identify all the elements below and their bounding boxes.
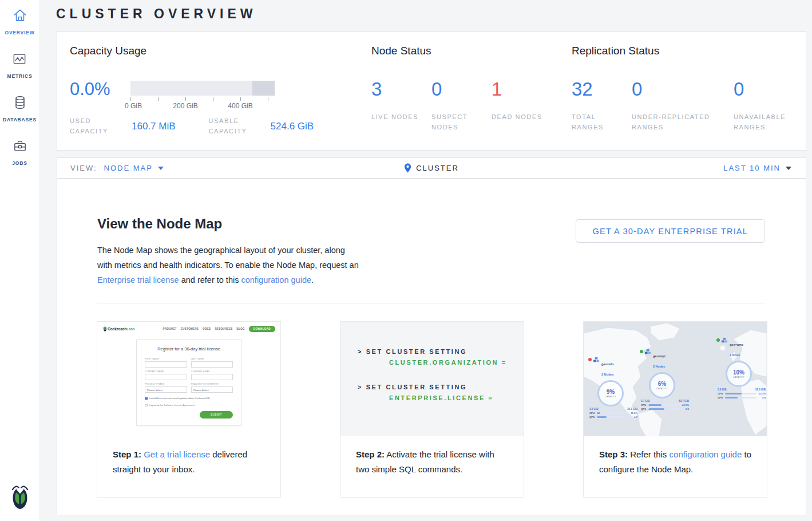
qps-bar bbox=[648, 408, 680, 411]
sidebar-item-overview[interactable]: OVERVIEW bbox=[5, 7, 34, 35]
under-replicated-ranges-value: 0 bbox=[632, 79, 734, 100]
unavailable-ranges-stat: 0 UNAVAILABLE RANGES bbox=[734, 79, 812, 132]
capacity-usage-title: Capacity Usage bbox=[70, 45, 356, 57]
map-node-nyc: geo=nyc 2 Nodes 6% CAPACITY 3.7 GiB 63.7… bbox=[640, 349, 690, 411]
enterprise-trial-button[interactable]: GET A 30-DAY ENTERPRISE TRIAL bbox=[576, 219, 765, 243]
home-icon bbox=[12, 7, 28, 26]
mini-site-nav: PRODUCT CUSTOMERS DOCS RESOURCES BLOG DO… bbox=[163, 326, 275, 332]
capacity-ring: 6% CAPACITY bbox=[649, 372, 675, 398]
mini-project-phase-select: Please Select bbox=[145, 386, 187, 393]
capacity-gauge-other-segment bbox=[252, 81, 275, 96]
mini-license-agree-checkbox bbox=[145, 404, 148, 407]
capacity-ring: 10% CAPACITY bbox=[726, 361, 752, 387]
used-capacity-label: USED CAPACITY bbox=[70, 116, 122, 136]
under-replicated-ranges-stat: 0 UNDER-REPLICATED RANGES bbox=[632, 79, 734, 132]
gauge-tick-label-400: 400 GiB bbox=[228, 102, 252, 110]
mini-reason-select: Please Select bbox=[191, 386, 233, 393]
sidebar-item-label: JOBS bbox=[12, 160, 27, 166]
node-status-section: Node Status 3 LIVE NODES 0 SUSPECT NODES… bbox=[371, 45, 552, 132]
map-node-ams: geo=ams 1 Node 10% CAPACITY 3.6 GiB 36.6… bbox=[716, 338, 767, 399]
jobs-icon bbox=[12, 138, 28, 156]
mini-company-name-field bbox=[145, 374, 187, 380]
sql-setting-line: CLUSTER.ORGANIZATION = bbox=[389, 359, 524, 366]
gauge-tick-label-0: 0 GiB bbox=[125, 102, 142, 110]
sidebar-item-label: METRICS bbox=[7, 73, 33, 79]
total-ranges-stat: 32 TOTAL RANGES bbox=[572, 79, 632, 132]
cpu-bar bbox=[648, 404, 680, 406]
step-2-card: > SET CLUSTER SETTING CLUSTER.ORGANIZATI… bbox=[340, 321, 524, 498]
trial-registration-form: Register for a 30-day trial license FIRS… bbox=[136, 340, 241, 426]
sidebar-item-label: OVERVIEW bbox=[5, 30, 34, 35]
cockroachdb-logo bbox=[7, 482, 33, 513]
node-status-title: Node Status bbox=[371, 45, 552, 57]
used-capacity-value: 160.7 MiB bbox=[132, 121, 176, 132]
sql-setting-line: ENTERPRISE.LICENSE = bbox=[389, 394, 524, 401]
cluster-scope-label: CLUSTER bbox=[416, 164, 459, 172]
map-node-sfo: geo=sfo 2 Nodes 9% CAPACITY 3.2 GiB 35.1… bbox=[588, 357, 639, 419]
sidebar-item-databases[interactable]: DATABASES bbox=[3, 94, 37, 123]
sql-prompt-line: > SET CLUSTER SETTING bbox=[358, 348, 524, 355]
step-1-caption: Step 1: Get a trial license delivered st… bbox=[97, 436, 280, 477]
suspect-nodes-label: SUSPECT NODES bbox=[431, 112, 486, 132]
cpu-bar bbox=[597, 412, 628, 415]
node-map-heading: View the Node Map bbox=[97, 216, 222, 232]
trial-license-screenshot: Cockroach LABS PRODUCT CUSTOMERS DOCS RE… bbox=[97, 322, 280, 436]
unavailable-ranges-label: UNAVAILABLE RANGES bbox=[734, 112, 788, 132]
live-node-dot-icon bbox=[640, 350, 643, 353]
configuration-guide-link[interactable]: configuration guide bbox=[241, 275, 311, 285]
view-bar: VIEW: NODE MAP CLUSTER LAST 10 MIN bbox=[57, 157, 806, 179]
total-ranges-label: TOTAL RANGES bbox=[572, 112, 626, 132]
cpu-bar bbox=[725, 393, 756, 395]
node-cluster-icon bbox=[722, 338, 728, 344]
node-map-description: The Node Map shows the geographical layo… bbox=[97, 243, 362, 287]
dead-nodes-label: DEAD NODES bbox=[492, 112, 546, 123]
live-nodes-value: 3 bbox=[371, 79, 431, 100]
mini-first-name-field bbox=[145, 361, 187, 368]
step-1-card: Cockroach LABS PRODUCT CUSTOMERS DOCS RE… bbox=[97, 321, 281, 498]
replication-status-section: Replication Status 32 TOTAL RANGES 0 UND… bbox=[572, 45, 812, 132]
mini-email-updates-checkbox bbox=[145, 397, 148, 400]
divider bbox=[97, 303, 766, 303]
under-replicated-ranges-label: UNDER-REPLICATED RANGES bbox=[632, 112, 729, 132]
usable-capacity-value: 524.6 GiB bbox=[271, 121, 314, 132]
enterprise-trial-license-link[interactable]: Enterprise trial license bbox=[97, 275, 179, 285]
databases-icon bbox=[12, 94, 28, 113]
breadcrumb-cluster: CLUSTER bbox=[57, 163, 806, 173]
sql-prompt-line: > SET CLUSTER SETTING bbox=[358, 384, 524, 390]
dead-nodes-value: 1 bbox=[492, 79, 552, 100]
mini-last-name-field bbox=[191, 361, 233, 368]
mini-form-title: Register for a 30-day trial license bbox=[145, 346, 233, 352]
metrics-icon bbox=[11, 51, 27, 69]
sql-commands-block: > SET CLUSTER SETTING CLUSTER.ORGANIZATI… bbox=[340, 322, 524, 436]
node-cluster-icon bbox=[645, 349, 651, 355]
capacity-gauge-axis: 0 GiB 200 GiB 400 GiB bbox=[130, 96, 275, 109]
dead-node-dot-icon bbox=[588, 358, 592, 361]
step-3-card: geo=sfo 2 Nodes 9% CAPACITY 3.2 GiB 35.1… bbox=[583, 321, 767, 498]
capacity-gauge-bar bbox=[130, 81, 275, 96]
suspect-nodes-value: 0 bbox=[431, 79, 492, 100]
configuration-guide-link[interactable]: configuration guide bbox=[670, 449, 742, 459]
capacity-ring: 9% CAPACITY bbox=[597, 380, 624, 406]
step-2-caption: Step 2: Activate the trial license with … bbox=[340, 436, 524, 477]
unavailable-ranges-value: 0 bbox=[734, 79, 812, 100]
map-pin-icon bbox=[404, 163, 411, 173]
dead-nodes-stat: 1 DEAD NODES bbox=[492, 79, 552, 132]
mini-submit-button: SUBMIT bbox=[200, 411, 233, 419]
gauge-tick-label-200: 200 GiB bbox=[173, 102, 197, 110]
capacity-gauge: 0 GiB 200 GiB 400 GiB bbox=[130, 81, 275, 109]
mini-company-email-field bbox=[191, 374, 233, 380]
live-node-dot-icon bbox=[716, 338, 720, 342]
get-trial-license-link[interactable]: Get a trial license bbox=[144, 449, 210, 459]
step-3-caption: Step 3: Refer this configuration guide t… bbox=[584, 436, 767, 477]
qps-bar bbox=[597, 416, 628, 419]
node-map-panel: View the Node Map The Node Map shows the… bbox=[57, 179, 806, 515]
sidebar-item-metrics[interactable]: METRICS bbox=[7, 51, 33, 79]
capacity-percent-value: 0.0% bbox=[70, 81, 121, 98]
sidebar-item-label: DATABASES bbox=[3, 117, 37, 123]
cluster-summary-panel: Capacity Usage 0.0% 0 GiB 200 GiB 400 Gi… bbox=[57, 31, 806, 151]
mini-download-button: DOWNLOAD bbox=[249, 326, 275, 332]
suspect-nodes-stat: 0 SUSPECT NODES bbox=[431, 79, 492, 132]
mini-software-license-link: Software License Agreement. bbox=[164, 404, 195, 406]
sidebar-item-jobs[interactable]: JOBS bbox=[12, 138, 28, 166]
usable-capacity-label: USABLE CAPACITY bbox=[209, 116, 262, 136]
